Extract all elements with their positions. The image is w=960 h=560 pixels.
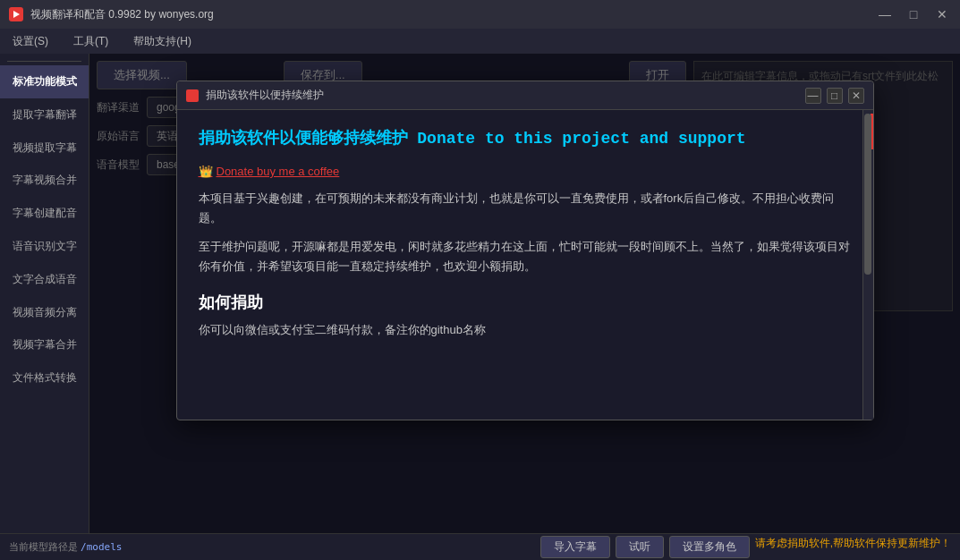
sidebar-item-subtitle-dub[interactable]: 字幕创建配音: [0, 197, 89, 230]
model-path-label: 当前模型路径是: [9, 541, 78, 552]
dialog-body-1: 本项目基于兴趣创建，在可预期的未来都没有商业计划，也就是你可以一直免费使用，或者…: [199, 189, 852, 228]
status-text: 请考虑捐助软件,帮助软件保持更新维护！: [755, 536, 951, 558]
dialog-title-left: 捐助该软件以便持续维护: [186, 88, 324, 103]
crown-icon: 👑: [199, 165, 213, 178]
dialog-how-donate-title: 如何捐助: [199, 292, 852, 313]
window-controls: — □ ✕: [876, 5, 951, 23]
restore-button[interactable]: □: [905, 5, 922, 23]
sidebar-item-extract-translate[interactable]: 提取字幕翻译: [0, 98, 89, 132]
main-layout: 标准功能模式 提取字幕翻译 视频提取字幕 字幕视频合并 字幕创建配音 语音识别文…: [0, 54, 960, 533]
title-bar-left: 视频翻译和配音 0.9982 by wonyes.org: [9, 7, 214, 22]
minimize-button[interactable]: —: [876, 5, 894, 23]
bottom-right-buttons: 导入字幕 试听 设置多角色 请考虑捐助软件,帮助软件保持更新维护！: [540, 536, 951, 558]
sidebar-item-subtitle-merge[interactable]: 字幕视频合并: [0, 164, 89, 197]
dialog-close-button[interactable]: ✕: [848, 88, 864, 104]
donation-dialog: 捐助该软件以便持续维护 — □ ✕ 捐助该软件以便能够持续维护 Donate t…: [176, 81, 874, 420]
svg-marker-0: [13, 11, 20, 18]
dialog-title: 捐助该软件以便持续维护: [206, 88, 324, 103]
donate-link-text: Donate buy me a coffee: [217, 165, 340, 178]
dialog-icon: [186, 89, 199, 102]
dialog-body-2: 至于维护问题呢，开源嘛都是用爱发电，闲时就多花些精力在这上面，忙时可能就一段时间…: [199, 237, 852, 276]
dialog-controls: — □ ✕: [805, 88, 864, 104]
dialog-title-bar: 捐助该软件以便持续维护 — □ ✕: [177, 81, 873, 110]
donate-link[interactable]: 👑 Donate buy me a coffee: [199, 165, 852, 178]
set-roles-button[interactable]: 设置多角色: [669, 536, 750, 558]
menu-bar: 设置(S) 工具(T) 帮助支持(H): [0, 29, 960, 54]
sidebar-item-video-audio-sep[interactable]: 视频音频分离: [0, 296, 89, 329]
dialog-how-donate-text: 你可以向微信或支付宝二维码付款，备注你的github名称: [199, 320, 852, 340]
sidebar-item-voice-recognize[interactable]: 语音识别文字: [0, 230, 89, 263]
title-bar: 视频翻译和配音 0.9982 by wonyes.org — □ ✕: [0, 0, 960, 29]
dialog-minimize-button[interactable]: —: [805, 88, 821, 104]
dialog-scrollbar[interactable]: [862, 110, 873, 420]
sidebar: 标准功能模式 提取字幕翻译 视频提取字幕 字幕视频合并 字幕创建配音 语音识别文…: [0, 54, 89, 533]
sidebar-divider: [7, 61, 81, 62]
dialog-content: 捐助该软件以便能够持续维护 Donate to this project and…: [177, 110, 873, 420]
import-subtitle-button[interactable]: 导入字幕: [540, 536, 610, 558]
modal-overlay: 捐助该软件以便持续维护 — □ ✕ 捐助该软件以便能够持续维护 Donate t…: [89, 54, 960, 533]
app-icon: [9, 7, 23, 21]
menu-help[interactable]: 帮助支持(H): [128, 32, 197, 51]
menu-settings[interactable]: 设置(S): [7, 32, 54, 51]
bottom-model-path: 当前模型路径是 /models: [9, 540, 122, 554]
dialog-heading: 捐助该软件以便能够持续维护 Donate to this project and…: [199, 128, 852, 150]
sidebar-item-standard[interactable]: 标准功能模式: [0, 65, 89, 98]
bottom-bar: 当前模型路径是 /models 导入字幕 试听 设置多角色 请考虑捐助软件,帮助…: [0, 533, 960, 560]
app-title: 视频翻译和配音 0.9982 by wonyes.org: [30, 7, 214, 22]
model-path-value: /models: [81, 541, 122, 553]
content-area: 选择视频... 保存到... 打开 翻译渠道 google 代理地址 原始语言: [89, 54, 960, 533]
sidebar-item-format-convert[interactable]: 文件格式转换: [0, 361, 89, 395]
sidebar-item-text-synth[interactable]: 文字合成语音: [0, 263, 89, 296]
dialog-scrollbar-thumb: [864, 114, 871, 275]
listen-button[interactable]: 试听: [616, 536, 664, 558]
close-button[interactable]: ✕: [933, 5, 951, 23]
sidebar-item-video-subtitle-merge[interactable]: 视频字幕合并: [0, 328, 89, 361]
dialog-restore-button[interactable]: □: [827, 88, 843, 104]
sidebar-item-video-extract[interactable]: 视频提取字幕: [0, 132, 89, 165]
menu-tools[interactable]: 工具(T): [68, 32, 114, 51]
